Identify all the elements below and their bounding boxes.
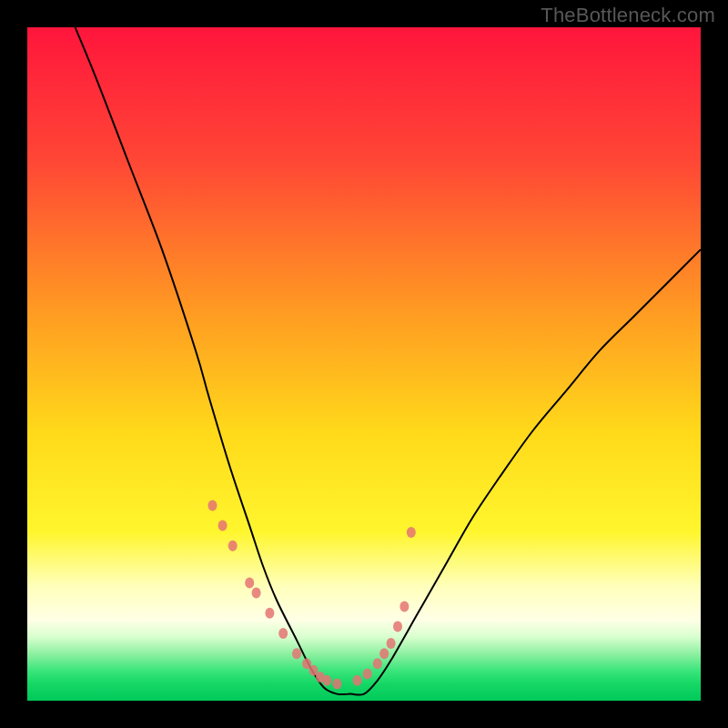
marker-point	[373, 658, 382, 669]
marker-point	[387, 638, 396, 649]
marker-point	[322, 675, 331, 686]
marker-point	[407, 527, 416, 538]
bottleneck-curve	[61, 27, 701, 695]
marker-point	[292, 648, 301, 659]
marker-group	[208, 500, 416, 689]
marker-point	[379, 648, 389, 659]
marker-point	[208, 500, 217, 511]
chart-frame: TheBottleneck.com	[0, 0, 728, 728]
marker-point	[228, 541, 238, 551]
watermark-text: TheBottleneck.com	[541, 4, 715, 27]
marker-point	[265, 608, 274, 619]
plot-area	[27, 27, 701, 701]
marker-point	[218, 521, 228, 531]
curve-layer	[27, 27, 701, 701]
marker-point	[252, 588, 261, 599]
marker-point	[278, 628, 288, 639]
marker-point	[353, 675, 362, 686]
marker-point	[399, 601, 409, 612]
marker-point	[393, 622, 402, 632]
marker-point	[363, 668, 372, 679]
marker-point	[332, 679, 341, 690]
marker-point	[245, 578, 254, 589]
